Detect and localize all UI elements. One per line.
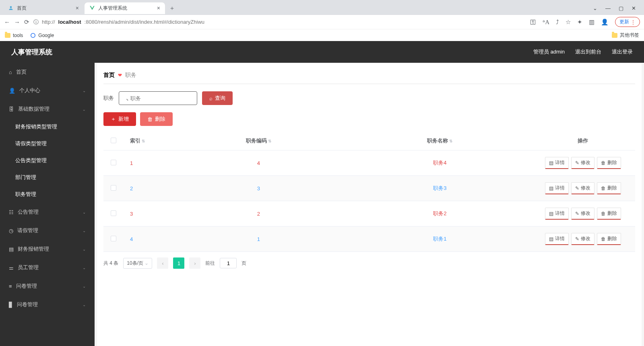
sidebar-item-label: 员工管理 — [18, 264, 39, 271]
search-icon: ⌕ — [209, 95, 213, 101]
col-index[interactable]: 索引 — [124, 132, 168, 150]
cell-name[interactable]: 职务1 — [433, 236, 446, 242]
pager-goto-input[interactable] — [220, 258, 237, 268]
cell-code[interactable]: 1 — [257, 236, 260, 242]
row-checkbox[interactable] — [111, 210, 116, 216]
row-delete-button[interactable]: 🗑删除 — [597, 233, 621, 245]
col-name[interactable]: 职务名称 — [349, 132, 531, 150]
breadcrumb-home[interactable]: 首页 — [103, 72, 115, 79]
delete-button[interactable]: 🗑删除 — [140, 112, 173, 126]
edit-icon: ✎ — [575, 236, 579, 242]
address-bar[interactable]: ⓘ http://localhost:8080/renshi/admin/dis… — [33, 19, 526, 26]
ops-cell: ▤详情✎修改🗑删除 — [535, 208, 631, 220]
pager-page-1[interactable]: 1 — [173, 257, 184, 269]
new-tab-button[interactable]: ＋ — [169, 4, 175, 12]
search-label: 职务 — [103, 95, 114, 102]
chevron-down-icon[interactable]: ⌄ — [593, 5, 597, 11]
bookmark-google[interactable]: Google — [30, 33, 54, 38]
extensions-icon[interactable]: ✦ — [577, 19, 582, 26]
row-delete-button[interactable]: 🗑删除 — [597, 208, 621, 220]
cell-name[interactable]: 职务4 — [433, 160, 446, 166]
row-checkbox[interactable] — [111, 236, 116, 241]
close-icon[interactable]: × — [76, 5, 79, 11]
search-button[interactable]: ⌕查询 — [202, 91, 233, 105]
detail-button[interactable]: ▤详情 — [545, 208, 569, 220]
detail-button[interactable]: ▤详情 — [545, 157, 569, 169]
profile-icon[interactable]: 👤 — [601, 19, 609, 26]
cell-code[interactable]: 2 — [257, 211, 260, 217]
sidebar-item-personal[interactable]: 👤个人中心⌄ — [0, 81, 95, 100]
detail-button[interactable]: ▤详情 — [545, 182, 569, 194]
sidebar-item-question[interactable]: ▊问卷管理⌄ — [0, 295, 95, 314]
maximize-icon[interactable]: ▢ — [619, 5, 623, 11]
sidebar-item-notice[interactable]: ☷公告管理⌄ — [0, 203, 95, 221]
sidebar-item-basedata[interactable]: 🗄基础数据管理⌃ — [0, 100, 95, 118]
search-row: 职务 ⌕查询 — [103, 91, 635, 105]
star-icon[interactable]: ☆ — [566, 19, 571, 26]
select-all-checkbox[interactable] — [111, 138, 116, 143]
site-info-icon[interactable]: ⓘ — [33, 19, 39, 26]
tab-homepage[interactable]: 首页 × — [3, 2, 84, 14]
sidebar-item-label: 基础数据管理 — [18, 105, 50, 113]
row-checkbox[interactable] — [111, 160, 116, 165]
sidebar-item-finance[interactable]: ▤财务报销管理⌄ — [0, 240, 95, 258]
sidebar-sub-dept[interactable]: 部门管理 — [0, 169, 95, 186]
edit-button[interactable]: ✎修改 — [571, 208, 594, 220]
row-delete-button[interactable]: 🗑删除 — [597, 157, 621, 169]
user-label[interactable]: 管理员 admin — [533, 48, 565, 56]
cell-index[interactable]: 4 — [130, 236, 133, 242]
reload-button[interactable]: ⟳ — [24, 19, 29, 26]
row-checkbox[interactable] — [111, 185, 116, 191]
cell-index[interactable]: 2 — [130, 185, 133, 192]
update-button[interactable]: 更新⋮ — [615, 17, 640, 27]
trash-icon: 🗑 — [601, 185, 606, 191]
forward-button[interactable]: → — [14, 19, 20, 25]
sidebar-sub-finance-type[interactable]: 财务报销类型管理 — [0, 118, 95, 135]
sidebar-item-survey[interactable]: ≡问卷管理⌄ — [0, 277, 95, 295]
cell-name[interactable]: 职务2 — [433, 210, 446, 216]
translate-icon[interactable]: ᵃA — [543, 19, 549, 26]
minimize-icon[interactable]: ― — [605, 5, 611, 11]
cell-code[interactable]: 3 — [257, 185, 260, 192]
password-key-icon[interactable]: ⚿ — [530, 19, 536, 25]
close-window-icon[interactable]: ✕ — [632, 5, 636, 11]
sidepanel-icon[interactable]: ▥ — [589, 19, 594, 26]
cell-code[interactable]: 4 — [257, 160, 260, 166]
edit-button[interactable]: ✎修改 — [571, 157, 594, 169]
sidebar-item-home[interactable]: ⌂首页 — [0, 63, 95, 81]
back-button[interactable]: ← — [4, 19, 10, 25]
bookmark-other[interactable]: 其他书签 — [612, 32, 639, 39]
edit-button[interactable]: ✎修改 — [571, 233, 594, 245]
pager-next[interactable]: › — [189, 257, 200, 269]
database-icon: 🗄 — [9, 106, 14, 112]
sidebar-sub-leave-type[interactable]: 请假类型管理 — [0, 135, 95, 152]
search-input[interactable] — [119, 91, 197, 105]
close-icon[interactable]: × — [157, 5, 160, 11]
sidebar-item-leave[interactable]: ◷请假管理⌄ — [0, 221, 95, 240]
logout-link[interactable]: 退出登录 — [612, 48, 633, 56]
sidebar-sub-position[interactable]: 职务管理 — [0, 186, 95, 203]
page-size-select[interactable]: 10条/页 ⌄ — [123, 258, 152, 269]
detail-button[interactable]: ▤详情 — [545, 233, 569, 245]
chevron-down-icon: ⌄ — [144, 260, 149, 266]
edit-button[interactable]: ✎修改 — [571, 182, 594, 194]
cell-name[interactable]: 职务3 — [433, 185, 446, 191]
table-row: 23职务3▤详情✎修改🗑删除 — [103, 176, 635, 201]
goto-frontend-link[interactable]: 退出到前台 — [575, 48, 601, 56]
tab-app[interactable]: 人事管理系统 × — [85, 2, 165, 14]
col-code[interactable]: 职务编码 — [168, 132, 349, 150]
pager-prev[interactable]: ‹ — [157, 257, 168, 269]
add-button[interactable]: ＋新增 — [103, 112, 136, 126]
share-icon[interactable]: ⤴ — [556, 19, 559, 25]
edit-icon: ✎ — [575, 211, 579, 216]
app-body: ⌂首页 👤个人中心⌄ 🗄基础数据管理⌃ 财务报销类型管理 请假类型管理 公告类型… — [0, 63, 644, 346]
cell-index[interactable]: 1 — [130, 160, 133, 166]
chevron-down-icon: ⌄ — [83, 284, 86, 288]
table-row: 32职务2▤详情✎修改🗑删除 — [103, 201, 635, 227]
row-delete-button[interactable]: 🗑删除 — [597, 182, 621, 194]
sidebar-sub-notice-type[interactable]: 公告类型管理 — [0, 152, 95, 169]
cell-index[interactable]: 3 — [130, 211, 133, 217]
sidebar-item-employee[interactable]: ⚌员工管理⌄ — [0, 258, 95, 277]
bookmark-tools[interactable]: tools — [5, 33, 23, 38]
search-button-label: 查询 — [215, 95, 225, 102]
